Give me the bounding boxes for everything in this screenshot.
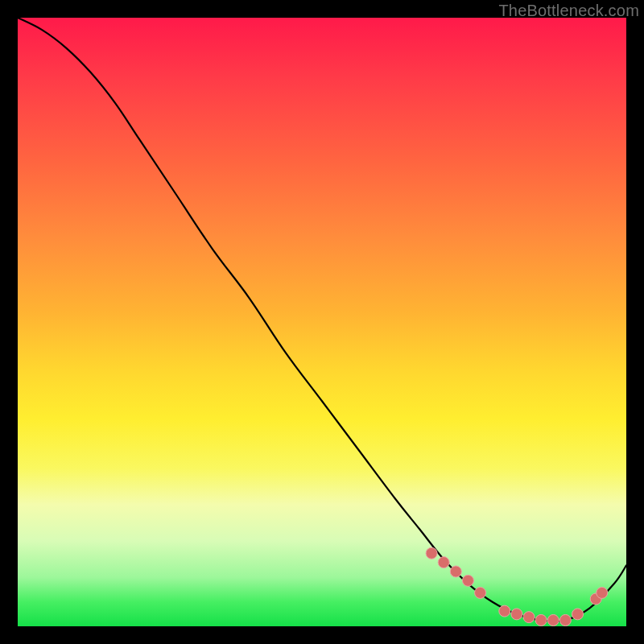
highlight-dot: [450, 566, 461, 577]
highlight-dot: [597, 587, 608, 598]
dots-layer: [18, 18, 626, 626]
highlight-dot: [535, 614, 547, 625]
highlight-dot: [462, 575, 473, 586]
chart-stage: TheBottleneck.com: [0, 0, 644, 644]
highlight-dot: [523, 612, 535, 623]
highlight-dot: [438, 557, 449, 568]
highlight-dot: [572, 609, 584, 620]
highlight-dot: [559, 614, 571, 625]
highlight-dot: [475, 587, 486, 598]
highlight-dots-group: [426, 547, 608, 625]
plot-area: [18, 18, 626, 626]
highlight-dot: [499, 605, 510, 617]
highlight-dot: [511, 609, 522, 620]
highlight-dot: [426, 547, 437, 559]
highlight-dot: [547, 614, 559, 625]
